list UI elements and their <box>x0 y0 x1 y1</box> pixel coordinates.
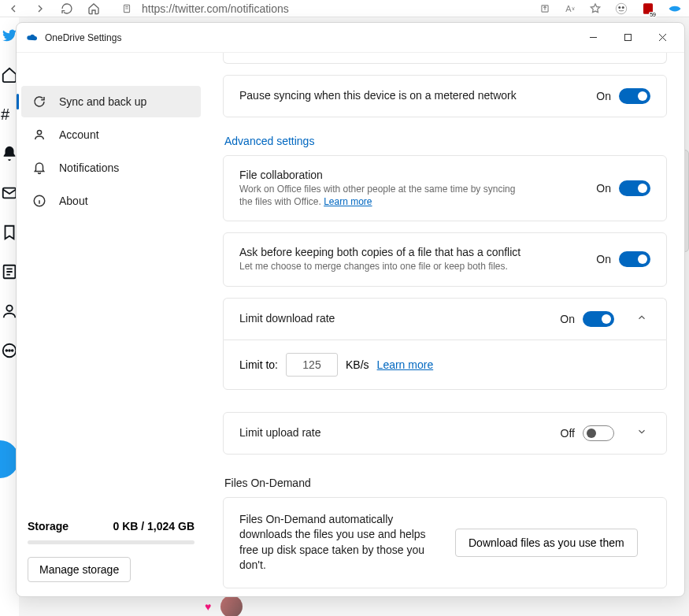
browser-toolbar: https://twitter.com/notifications A४ 59 <box>0 0 689 17</box>
favorite-icon[interactable] <box>588 2 602 16</box>
toggle-state: On <box>589 90 611 102</box>
extension-icon-3[interactable] <box>667 1 683 17</box>
files-on-demand-card: Files On-Demand automatically downloads … <box>223 497 667 588</box>
text-size-icon[interactable]: A४ <box>563 2 577 16</box>
file-collab-toggle[interactable] <box>619 180 650 196</box>
home-icon[interactable] <box>87 2 101 16</box>
avatar <box>220 596 243 616</box>
limit-to-label: Limit to: <box>239 358 278 371</box>
advanced-settings-header: Advanced settings <box>224 135 667 147</box>
extension-icon-1[interactable] <box>613 1 629 17</box>
maximize-button[interactable] <box>610 25 645 50</box>
toggle-state: On <box>589 253 611 265</box>
sidebar-item-about[interactable]: About <box>21 185 201 217</box>
limit-download-detail: Limit to: KB/s Learn more <box>223 340 667 390</box>
sidebar-item-label: About <box>59 195 88 207</box>
svg-point-14 <box>37 130 41 134</box>
heart-icon: ♥ <box>205 600 211 613</box>
limit-upload-card: Limit upload rate Off <box>223 412 667 455</box>
svg-rect-13 <box>624 35 631 41</box>
file-collab-card: File collaboration Work on Office files … <box>223 155 667 221</box>
svg-point-11 <box>9 350 10 351</box>
limit-upload-title: Limit upload rate <box>239 426 540 439</box>
conflict-title: Ask before keeping both copies of a file… <box>239 246 576 258</box>
toggle-state: Off <box>553 427 575 440</box>
conflict-card: Ask before keeping both copies of a file… <box>223 232 667 286</box>
conflict-sub: Let me choose to merge changes into one … <box>239 260 523 273</box>
pause-metered-label: Pause syncing when this device is on a m… <box>239 89 576 102</box>
card-fragment <box>223 53 667 64</box>
sidebar-item-notifications[interactable]: Notifications <box>21 152 201 184</box>
background-content: ♥ <box>205 597 243 616</box>
sidebar-item-sync[interactable]: Sync and back up <box>21 86 201 117</box>
close-button[interactable] <box>645 25 680 50</box>
conflict-toggle[interactable] <box>619 251 650 267</box>
sidebar-item-label: Notifications <box>59 161 119 174</box>
chevron-up-icon[interactable] <box>636 312 650 326</box>
storage-used: 0 KB / 1,024 GB <box>113 520 195 533</box>
extension-icon-2[interactable]: 59 <box>640 1 656 17</box>
address-bar[interactable]: https://twitter.com/notifications <box>120 2 525 16</box>
onedrive-settings-window: OneDrive Settings Sync and back up Accou… <box>16 22 685 597</box>
limit-download-toggle[interactable] <box>583 311 614 327</box>
limit-unit: KB/s <box>346 358 369 371</box>
url-text: https://twitter.com/notifications <box>142 2 289 15</box>
limit-download-learn-more[interactable]: Learn more <box>377 358 434 371</box>
limit-download-card: Limit download rate On <box>223 298 667 340</box>
back-icon[interactable] <box>6 2 20 16</box>
share-icon[interactable] <box>538 2 552 16</box>
svg-point-10 <box>6 350 7 351</box>
files-on-demand-header: Files On-Demand <box>224 477 667 489</box>
window-title: OneDrive Settings <box>45 32 576 43</box>
files-on-demand-text: Files On-Demand automatically downloads … <box>239 512 436 573</box>
limit-upload-toggle[interactable] <box>583 425 614 441</box>
limit-download-input[interactable] <box>286 353 338 377</box>
minimize-button[interactable] <box>576 25 610 50</box>
toggle-state: On <box>589 182 611 195</box>
storage-section: Storage 0 KB / 1,024 GB Manage storage <box>17 520 206 596</box>
file-collab-learn-more[interactable]: Learn more <box>324 196 372 207</box>
sync-icon <box>32 95 46 109</box>
limit-download-title: Limit download rate <box>239 312 540 325</box>
storage-label: Storage <box>28 520 69 533</box>
file-collab-sub: Work on Office files with other people a… <box>239 183 523 208</box>
file-collab-title: File collaboration <box>239 169 576 181</box>
sidebar-item-label: Sync and back up <box>59 95 146 108</box>
download-on-demand-button[interactable]: Download files as you use them <box>455 529 638 557</box>
svg-point-8 <box>6 306 12 311</box>
svg-point-4 <box>622 6 624 9</box>
svg-point-12 <box>12 350 13 351</box>
info-icon <box>32 194 46 208</box>
settings-main: Pause syncing when this device is on a m… <box>206 53 684 596</box>
titlebar: OneDrive Settings <box>17 23 684 53</box>
manage-storage-button[interactable]: Manage storage <box>28 557 131 582</box>
bell-icon <box>32 161 46 175</box>
pause-metered-card: Pause syncing when this device is on a m… <box>223 75 667 117</box>
sidebar-item-account[interactable]: Account <box>21 119 201 150</box>
reload-icon[interactable] <box>60 2 74 16</box>
sidebar: Sync and back up Account Notifications A… <box>17 53 206 596</box>
onedrive-icon <box>26 32 39 44</box>
chevron-down-icon[interactable] <box>636 426 650 440</box>
forward-icon[interactable] <box>33 2 47 16</box>
toggle-state: On <box>553 313 575 325</box>
svg-point-3 <box>618 6 620 9</box>
storage-progress <box>28 540 194 544</box>
sidebar-item-label: Account <box>59 128 99 141</box>
account-icon <box>32 128 46 142</box>
pause-metered-toggle[interactable] <box>619 88 650 104</box>
svg-point-2 <box>616 3 627 14</box>
